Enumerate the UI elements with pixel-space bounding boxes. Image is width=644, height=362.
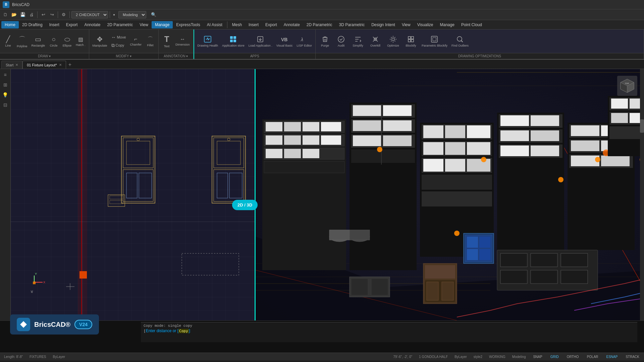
search-button[interactable]: 🔍 xyxy=(150,11,158,19)
draw-section-label[interactable]: DRAW ▾ xyxy=(0,53,89,59)
dimension-button[interactable]: ↔ Dimension xyxy=(174,35,191,47)
menu-expresstools[interactable]: ExpressTools xyxy=(173,21,203,28)
tab-start-close[interactable]: ✕ xyxy=(15,63,18,67)
menu-annotate[interactable]: Annotate xyxy=(81,21,104,28)
circle-button[interactable]: ○ Circle xyxy=(48,35,60,48)
svg-point-10 xyxy=(392,38,394,41)
svg-rect-14 xyxy=(411,40,414,42)
parametric-blockify-button[interactable]: Parametric Blockify xyxy=(420,34,449,48)
tips-panel-button[interactable]: 💡 xyxy=(1,90,10,99)
save-button[interactable]: 💾 xyxy=(19,11,27,19)
properties-panel-button[interactable]: ⊞ xyxy=(1,80,10,89)
menu-ai-assist[interactable]: AI Assist xyxy=(204,21,226,28)
menu-mesh-3d[interactable]: Mesh xyxy=(229,21,245,28)
status-snap-button[interactable]: SNAP xyxy=(531,355,544,359)
svg-point-130 xyxy=(595,157,600,162)
chamfer-button[interactable]: ⌐ Chamfer xyxy=(129,35,143,47)
svg-rect-2 xyxy=(233,36,236,39)
svg-rect-71 xyxy=(383,120,412,131)
menu-view-3d[interactable]: View xyxy=(398,21,414,28)
move-button[interactable]: ↔ Move xyxy=(110,34,127,41)
status-grid-button[interactable]: GRID xyxy=(548,355,561,359)
polyline-button[interactable]: ⌒ Polyline xyxy=(15,34,29,49)
annotation-section-label[interactable]: ANNOTATION ▾ xyxy=(159,53,193,59)
lisp-editor-button[interactable]: λ LISP Editor xyxy=(296,34,313,48)
tab-add-button[interactable]: + xyxy=(66,61,74,69)
title-bar: B BricsCAD xyxy=(0,0,644,9)
status-ortho-button[interactable]: ORTHO xyxy=(565,355,581,359)
status-strack-button[interactable]: STRACK xyxy=(624,355,641,359)
menu-design-intent[interactable]: Design Intent xyxy=(368,21,398,28)
svg-rect-124 xyxy=(479,237,490,248)
optimize-button[interactable]: Optimize xyxy=(385,34,401,48)
audit-button[interactable]: Audit xyxy=(334,34,348,48)
navigation-cube[interactable]: TOP xyxy=(617,76,637,96)
redo-button[interactable]: ↪ xyxy=(48,11,56,19)
open-file-button[interactable]: 📂 xyxy=(10,11,18,19)
menu-2d-param-3d[interactable]: 2D Parametric xyxy=(303,21,336,28)
workspace-3d-selector[interactable]: Modeling xyxy=(118,11,146,18)
menu-insert-3d[interactable]: Insert xyxy=(245,21,262,28)
hatch-button[interactable]: ▨ Hatch . xyxy=(74,35,87,48)
menu-manage-3d[interactable]: Manage xyxy=(437,21,458,28)
menu-view[interactable]: View xyxy=(136,21,152,28)
vscroll[interactable] xyxy=(640,69,644,320)
menu-point-cloud[interactable]: Point Cloud xyxy=(458,21,485,28)
new-file-button[interactable]: 🗋 xyxy=(1,11,9,19)
svg-rect-18 xyxy=(123,138,153,168)
menu-export-3d[interactable]: Export xyxy=(262,21,280,28)
blocks-panel-button[interactable]: ⊟ xyxy=(1,101,10,109)
menu-manage[interactable]: Manage xyxy=(152,21,173,28)
menu-annotate-3d[interactable]: Annotate xyxy=(280,21,303,28)
layers-panel-button[interactable]: ≡ xyxy=(1,70,10,79)
overkill-button[interactable]: Overkill xyxy=(367,34,383,48)
line-button[interactable]: ╱ Line xyxy=(2,34,14,48)
vscroll-thumb[interactable] xyxy=(640,119,644,133)
status-coords: 79'-6", -2', 0" xyxy=(392,355,414,359)
toggle-2d-3d-button[interactable]: 2D / 3D xyxy=(232,200,258,210)
tab-fixture-close[interactable]: ✕ xyxy=(59,63,62,67)
svg-rect-86 xyxy=(445,125,465,138)
copy-button[interactable]: ⧉ Copy xyxy=(110,42,127,49)
tab-start[interactable]: Start ✕ xyxy=(1,61,22,69)
print-button[interactable]: 🖨 xyxy=(28,11,36,19)
menu-2d-parametric[interactable]: 2D Parametric xyxy=(104,21,136,28)
workspace-2d-selector[interactable]: 2 CHECKOUT xyxy=(71,11,108,18)
application-store-button[interactable]: Application store xyxy=(221,34,246,48)
viewport-2d[interactable]: Y X W xyxy=(11,69,256,320)
status-esnap-button[interactable]: ESNAP xyxy=(604,355,620,359)
command-input[interactable] xyxy=(192,329,293,333)
text-icon: T xyxy=(164,35,169,44)
drawing-health-button[interactable]: Drawing Health xyxy=(196,34,220,48)
settings-button[interactable]: ⚙ xyxy=(60,11,68,19)
menu-3d-parametric[interactable]: 3D Parametric xyxy=(336,21,368,28)
simplify-button[interactable]: Simplify xyxy=(350,34,366,48)
svg-rect-3 xyxy=(230,40,233,42)
ucs-icon: Y X W xyxy=(31,269,51,294)
menu-export[interactable]: Export xyxy=(63,21,81,28)
svg-rect-34 xyxy=(182,253,239,275)
undo-button[interactable]: ↩ xyxy=(39,11,47,19)
manipulate-button[interactable]: ✥ Manipulate xyxy=(91,34,109,48)
svg-rect-117 xyxy=(561,253,588,267)
text-button[interactable]: T Text xyxy=(161,34,173,49)
menu-home[interactable]: Home xyxy=(1,21,19,28)
menu-2d-drafting[interactable]: 2D Drafting xyxy=(19,21,46,28)
status-polar-button[interactable]: POLAR xyxy=(585,355,600,359)
blockify-button[interactable]: Blockify xyxy=(403,34,419,48)
viewport-3d[interactable]: TOP xyxy=(256,69,644,320)
visual-basic-button[interactable]: VB Visual Basic xyxy=(275,34,294,48)
menu-insert[interactable]: Insert xyxy=(46,21,63,28)
3d-toggle-button[interactable]: ● xyxy=(112,11,116,19)
find-outliers-button[interactable]: Find Outliers xyxy=(450,34,470,48)
purge-button[interactable]: Purge xyxy=(318,34,332,48)
menu-visualize[interactable]: Visualize xyxy=(414,21,437,28)
modify-section-label[interactable]: MODIFY ▾ xyxy=(89,53,158,59)
rectangle-button[interactable]: ▭ Rectangle xyxy=(30,34,47,48)
ellipse-button[interactable]: ⬭ Ellipse xyxy=(61,35,73,48)
ribbon-annotation-section: T Text ↔ Dimension ANNOTATION ▾ xyxy=(159,29,194,59)
fillet-button[interactable]: ⌒ Fillet xyxy=(144,35,156,48)
svg-rect-11 xyxy=(408,37,411,39)
load-application-button[interactable]: Load Application . xyxy=(247,34,274,48)
tab-fixture-layout[interactable]: 01 Fixture Layout* ✕ xyxy=(22,61,66,69)
